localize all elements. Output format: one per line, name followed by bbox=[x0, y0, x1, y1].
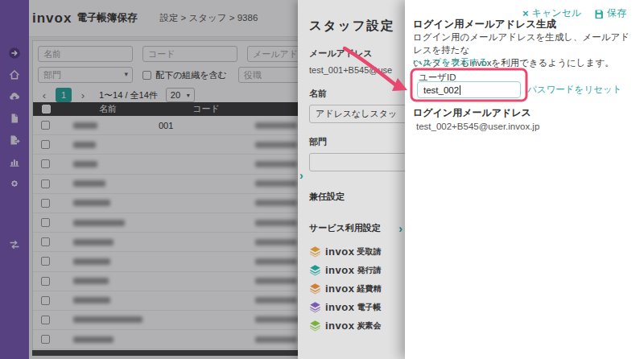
login-email-label: ログイン用メールアドレス bbox=[413, 106, 531, 120]
userid-input[interactable]: test_002 bbox=[417, 81, 521, 98]
text-caret bbox=[460, 85, 460, 95]
login-email-drawer: × キャンセル 保存 ログイン用メールアドレス生成 ログイン用のメールアドレスを… bbox=[405, 0, 644, 359]
panel-title: ログイン用メールアドレス生成 bbox=[413, 18, 556, 31]
save-label: 保存 bbox=[607, 6, 626, 20]
description-line1: ログイン用のメールアドレスを生成し、メールアドレスを持たな bbox=[413, 32, 630, 55]
userid-value: test_002 bbox=[423, 85, 459, 95]
app-window: invox 電子帳簿保存 設定 > スタッフ > 9386 bbox=[0, 0, 644, 359]
dim-overlay-front bbox=[0, 0, 405, 359]
save-button[interactable]: 保存 bbox=[594, 6, 626, 20]
help-link[interactable]: ヘルプを表示する bbox=[413, 56, 489, 68]
login-email-value: test_002+B545@user.invox.jp bbox=[416, 122, 539, 131]
password-reset-link[interactable]: パスワードをリセット bbox=[527, 84, 621, 96]
save-icon bbox=[594, 9, 604, 19]
